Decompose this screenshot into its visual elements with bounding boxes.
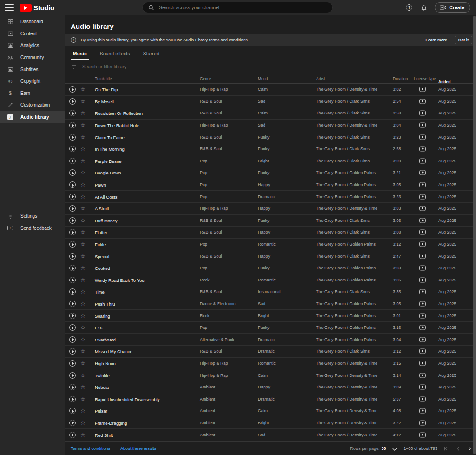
next-page-icon[interactable] bbox=[468, 447, 471, 451]
table-row[interactable]: ☆ Nebula Ambient Happy The Grey Room / D… bbox=[65, 381, 476, 394]
license-type-icon[interactable] bbox=[419, 147, 426, 152]
tab-music[interactable]: Music bbox=[73, 51, 87, 60]
table-row[interactable]: ☆ Futile Pop Romantic The Grey Room / Go… bbox=[65, 239, 476, 251]
table-row[interactable]: ☆ Overboard Alternative & Punk Dramatic … bbox=[65, 334, 476, 346]
got-it-button[interactable]: Got it bbox=[455, 36, 472, 44]
sidebar-item-community[interactable]: Community bbox=[0, 52, 65, 64]
license-type-icon[interactable] bbox=[419, 301, 426, 306]
sidebar-item-earn[interactable]: $ Earn bbox=[0, 87, 65, 100]
table-row[interactable]: ☆ Resolution Or Reflection R&B & Soul Ca… bbox=[65, 107, 476, 120]
star-icon[interactable]: ☆ bbox=[80, 420, 86, 426]
play-button[interactable] bbox=[69, 360, 76, 367]
sidebar-item-customization[interactable]: Customization bbox=[0, 99, 65, 111]
star-icon[interactable]: ☆ bbox=[80, 373, 86, 378]
play-button[interactable] bbox=[69, 277, 76, 283]
license-type-icon[interactable] bbox=[419, 266, 426, 271]
license-type-icon[interactable] bbox=[419, 420, 426, 425]
star-icon[interactable]: ☆ bbox=[80, 337, 86, 342]
star-icon[interactable]: ☆ bbox=[80, 313, 86, 319]
star-icon[interactable]: ☆ bbox=[80, 254, 86, 259]
license-type-icon[interactable] bbox=[419, 373, 426, 378]
table-row[interactable]: ☆ Windy Road Back To You Rock Romantic T… bbox=[65, 274, 476, 287]
table-row[interactable]: ☆ Claim To Fame R&B & Soul Funky The Gre… bbox=[65, 131, 476, 143]
sidebar-item-content[interactable]: Content bbox=[0, 28, 65, 40]
sidebar-item-audio-library[interactable]: ♪ Audio library bbox=[0, 111, 65, 123]
license-type-icon[interactable] bbox=[419, 432, 426, 437]
filter-input[interactable]: Search or filter library bbox=[65, 61, 476, 73]
create-button[interactable]: Create bbox=[435, 2, 470, 13]
play-button[interactable] bbox=[69, 134, 76, 141]
table-row[interactable]: ☆ Red Shift Ambient Sad The Grey Room / … bbox=[65, 429, 476, 441]
star-icon[interactable]: ☆ bbox=[80, 122, 86, 128]
play-button[interactable] bbox=[69, 146, 76, 152]
table-row[interactable]: ☆ Flutter R&B & Soul Happy The Grey Room… bbox=[65, 227, 476, 239]
play-button[interactable] bbox=[69, 324, 76, 331]
license-type-icon[interactable] bbox=[419, 408, 426, 414]
play-button[interactable] bbox=[69, 169, 76, 176]
play-button[interactable] bbox=[69, 241, 76, 248]
star-icon[interactable]: ☆ bbox=[80, 432, 86, 438]
first-page-icon[interactable] bbox=[444, 447, 448, 451]
play-button[interactable] bbox=[69, 301, 76, 307]
license-type-icon[interactable] bbox=[419, 99, 426, 104]
table-row[interactable]: ☆ Down The Rabbit Hole Hip-Hop & Rap Sad… bbox=[65, 120, 476, 132]
license-type-icon[interactable] bbox=[419, 313, 426, 318]
notifications-bell-icon[interactable] bbox=[420, 3, 428, 12]
license-type-icon[interactable] bbox=[419, 206, 426, 211]
play-button[interactable] bbox=[69, 98, 76, 105]
youtube-studio-logo[interactable]: Studio bbox=[20, 4, 54, 12]
table-row[interactable]: ☆ Twinkle Hip-Hop & Rap Calm The Grey Ro… bbox=[65, 369, 476, 381]
table-row[interactable]: ☆ Purple Desire Pop Bright The Grey Room… bbox=[65, 155, 476, 167]
table-row[interactable]: ☆ Push Thru Dance & Electronic Sad The G… bbox=[65, 298, 476, 310]
star-icon[interactable]: ☆ bbox=[80, 87, 86, 92]
play-button[interactable] bbox=[69, 229, 76, 235]
table-row[interactable]: ☆ Soaring Rock Bright The Grey Room / Go… bbox=[65, 310, 476, 322]
play-button[interactable] bbox=[69, 217, 76, 224]
play-button[interactable] bbox=[69, 313, 76, 319]
license-type-icon[interactable] bbox=[419, 87, 426, 92]
sidebar-item-settings[interactable]: Settings bbox=[0, 210, 65, 222]
sidebar-item-subtitles[interactable]: Subtitles bbox=[0, 63, 65, 75]
terms-link[interactable]: Terms and conditions bbox=[71, 446, 110, 451]
star-icon[interactable]: ☆ bbox=[80, 325, 86, 330]
star-icon[interactable]: ☆ bbox=[80, 170, 86, 175]
sidebar-item-send-feedback[interactable]: ! Send feedback bbox=[0, 222, 65, 234]
table-row[interactable]: ☆ Time R&B & Soul Inspirational The Grey… bbox=[65, 286, 476, 298]
star-icon[interactable]: ☆ bbox=[80, 229, 86, 235]
star-icon[interactable]: ☆ bbox=[80, 301, 86, 307]
play-button[interactable] bbox=[69, 396, 76, 402]
table-row[interactable]: ☆ A Stroll Hip-Hop & Rap Happy The Grey … bbox=[65, 203, 476, 215]
license-type-icon[interactable] bbox=[419, 385, 426, 390]
rows-per-page-value[interactable]: 30 bbox=[381, 446, 386, 451]
table-row[interactable]: ☆ By Myself R&B & Soul Sad The Grey Room… bbox=[65, 96, 476, 108]
license-type-icon[interactable] bbox=[419, 194, 426, 199]
star-icon[interactable]: ☆ bbox=[80, 146, 86, 152]
license-type-icon[interactable] bbox=[419, 254, 426, 259]
license-type-icon[interactable] bbox=[419, 289, 426, 294]
learn-more-button[interactable]: Learn more bbox=[422, 36, 451, 44]
star-icon[interactable]: ☆ bbox=[80, 182, 86, 187]
table-row[interactable]: ☆ Cooked Pop Funky The Grey Room / Golde… bbox=[65, 262, 476, 274]
license-type-icon[interactable] bbox=[419, 396, 426, 401]
license-type-icon[interactable] bbox=[419, 349, 426, 354]
table-row[interactable]: ☆ Frame-Dragging Ambient Bright The Grey… bbox=[65, 417, 476, 429]
play-button[interactable] bbox=[69, 288, 76, 295]
table-row[interactable]: ☆ On The Flip Hip-Hop & Rap Calm The Gre… bbox=[65, 84, 476, 96]
license-type-icon[interactable] bbox=[419, 134, 426, 140]
star-icon[interactable]: ☆ bbox=[80, 384, 86, 390]
play-button[interactable] bbox=[69, 181, 76, 188]
star-icon[interactable]: ☆ bbox=[80, 265, 86, 271]
license-type-icon[interactable] bbox=[419, 242, 426, 247]
sidebar-item-copyright[interactable]: © Copyright bbox=[0, 75, 65, 87]
play-button[interactable] bbox=[69, 122, 76, 128]
play-button[interactable] bbox=[69, 348, 76, 355]
help-icon[interactable]: ? bbox=[405, 3, 413, 12]
table-row[interactable]: ☆ In The Morning R&B & Soul Funky The Gr… bbox=[65, 143, 476, 155]
table-row[interactable]: ☆ Boogie Down Pop Funky The Grey Room / … bbox=[65, 167, 476, 179]
license-type-icon[interactable] bbox=[419, 277, 426, 282]
license-type-icon[interactable] bbox=[419, 170, 426, 175]
play-button[interactable] bbox=[69, 110, 76, 116]
rows-per-page-dropdown-chevron-icon[interactable] bbox=[392, 444, 397, 453]
play-button[interactable] bbox=[69, 205, 76, 212]
table-row[interactable]: ☆ Pawn Pop Happy The Grey Room / Golden … bbox=[65, 179, 476, 191]
